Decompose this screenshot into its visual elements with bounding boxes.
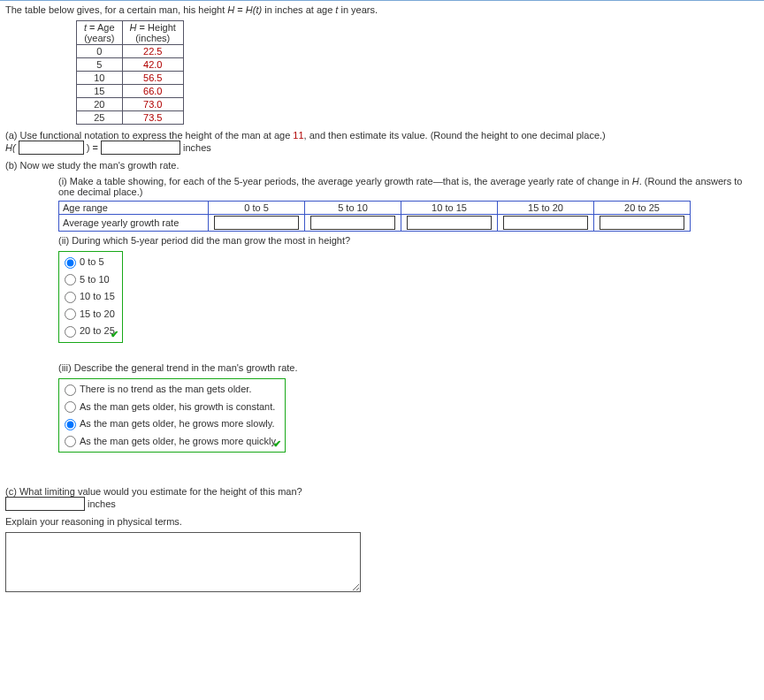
growth-input-1[interactable] <box>310 216 395 230</box>
check-icon: ✔ <box>111 329 118 340</box>
growth-table: Age range 0 to 5 5 to 10 10 to 15 15 to … <box>58 201 691 232</box>
radio-biii-1[interactable] <box>65 401 76 413</box>
growth-input-4[interactable] <box>600 216 684 230</box>
radio-bii-4[interactable] <box>65 326 76 338</box>
radio-biii-3[interactable] <box>65 436 76 447</box>
c-input-limit[interactable] <box>5 497 85 511</box>
part-b-ii-q: (ii) During which 5-year period did the … <box>58 235 759 246</box>
part-b-text: (b) Now we study the man's growth rate. <box>5 160 759 171</box>
radio-biii-2[interactable] <box>65 419 76 430</box>
growth-input-2[interactable] <box>407 216 492 230</box>
explain-textarea[interactable] <box>5 532 361 592</box>
radio-bii-1[interactable] <box>65 274 76 285</box>
radio-bii-3[interactable] <box>65 308 76 320</box>
a-input-arg[interactable] <box>19 141 84 155</box>
part-b-iii-q: (iii) Describe the general trend in the … <box>58 362 759 373</box>
part-b-i: (i) Make a table showing, for each of th… <box>58 176 759 197</box>
part-c-explain-label: Explain your reasoning in physical terms… <box>5 516 759 527</box>
growth-input-3[interactable] <box>503 216 588 230</box>
height-table: t = Age(years) H = Height(inches) 022.5 … <box>76 20 184 125</box>
part-a: (a) Use functional notation to express t… <box>5 130 759 155</box>
check-icon: ✔ <box>273 438 281 450</box>
part-c: (c) What limiting value would you estima… <box>5 486 759 511</box>
growth-input-0[interactable] <box>214 216 299 230</box>
radio-bii-0[interactable] <box>65 257 76 269</box>
radio-bii-2[interactable] <box>65 292 76 303</box>
part-b-iii-options: There is no trend as the man gets older.… <box>58 378 286 453</box>
intro-text: The table below gives, for a certain man… <box>5 4 759 15</box>
part-b-ii-options: 0 to 5 5 to 10 10 to 15 15 to 20 20 to 2… <box>58 251 123 343</box>
radio-biii-0[interactable] <box>65 384 76 396</box>
a-input-value[interactable] <box>101 141 180 155</box>
